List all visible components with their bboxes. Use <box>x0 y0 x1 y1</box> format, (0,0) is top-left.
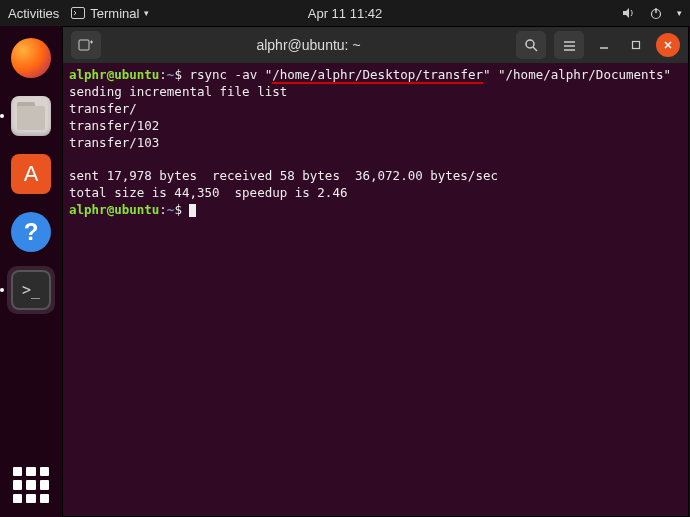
search-button[interactable] <box>516 31 546 59</box>
svg-point-6 <box>526 40 534 48</box>
maximize-button[interactable] <box>624 33 648 57</box>
minimize-button[interactable] <box>592 33 616 57</box>
dock-software[interactable]: A <box>7 150 55 198</box>
software-center-icon: A <box>11 154 51 194</box>
power-icon[interactable] <box>649 6 663 20</box>
cmd-source-path: /home/alphr/Desktop/transfer <box>272 67 483 84</box>
dock: A ? >_ <box>0 26 62 517</box>
help-icon: ? <box>11 212 51 252</box>
firefox-icon <box>11 38 51 78</box>
output-line: transfer/103 <box>69 135 159 150</box>
output-line: total size is 44,350 speedup is 2.46 <box>69 185 347 200</box>
activities-button[interactable]: Activities <box>8 6 59 21</box>
app-menu[interactable]: Terminal ▾ <box>71 6 149 21</box>
close-button[interactable] <box>656 33 680 57</box>
menu-button[interactable] <box>554 31 584 59</box>
output-line: transfer/102 <box>69 118 159 133</box>
dock-help[interactable]: ? <box>7 208 55 256</box>
dock-files[interactable] <box>7 92 55 140</box>
maximize-icon <box>631 40 641 50</box>
system-menu-chevron-icon[interactable]: ▾ <box>677 8 682 18</box>
cmd-dest-path: "/home/alphr/Documents" <box>498 67 671 82</box>
terminal-output[interactable]: alphr@ubuntu:~$ rsync -av "/home/alphr/D… <box>63 63 688 516</box>
volume-icon[interactable] <box>621 6 635 20</box>
terminal-indicator-icon <box>71 6 85 20</box>
new-tab-button[interactable] <box>71 31 101 59</box>
cmd-text: rsync -av <box>182 67 265 82</box>
svg-line-7 <box>533 47 537 51</box>
terminal-window: alphr@ubuntu: ~ alphr@ubuntu:~$ rsync -a… <box>62 26 689 517</box>
dock-firefox[interactable] <box>7 34 55 82</box>
clock[interactable]: Apr 11 11:42 <box>308 6 382 21</box>
output-line: sending incremental file list <box>69 84 287 99</box>
svg-rect-12 <box>633 42 640 49</box>
show-applications-button[interactable] <box>13 467 49 503</box>
output-line: sent 17,978 bytes received 58 bytes 36,0… <box>69 168 498 183</box>
svg-rect-0 <box>72 8 85 19</box>
prompt-host: ubuntu <box>114 67 159 82</box>
output-line: transfer/ <box>69 101 137 116</box>
terminal-icon: >_ <box>11 270 51 310</box>
svg-rect-3 <box>79 40 89 50</box>
titlebar: alphr@ubuntu: ~ <box>63 27 688 63</box>
top-bar: Activities Terminal ▾ Apr 11 11:42 ▾ <box>0 0 690 26</box>
dock-terminal[interactable]: >_ <box>7 266 55 314</box>
files-icon <box>11 96 51 136</box>
new-tab-icon <box>78 37 94 53</box>
chevron-down-icon: ▾ <box>144 8 149 18</box>
minimize-icon <box>599 40 609 50</box>
prompt-user: alphr <box>69 67 107 82</box>
cursor <box>189 204 196 217</box>
window-title: alphr@ubuntu: ~ <box>109 37 508 53</box>
search-icon <box>524 38 539 53</box>
hamburger-icon <box>562 38 577 53</box>
app-menu-label: Terminal <box>90 6 139 21</box>
close-icon <box>663 40 673 50</box>
